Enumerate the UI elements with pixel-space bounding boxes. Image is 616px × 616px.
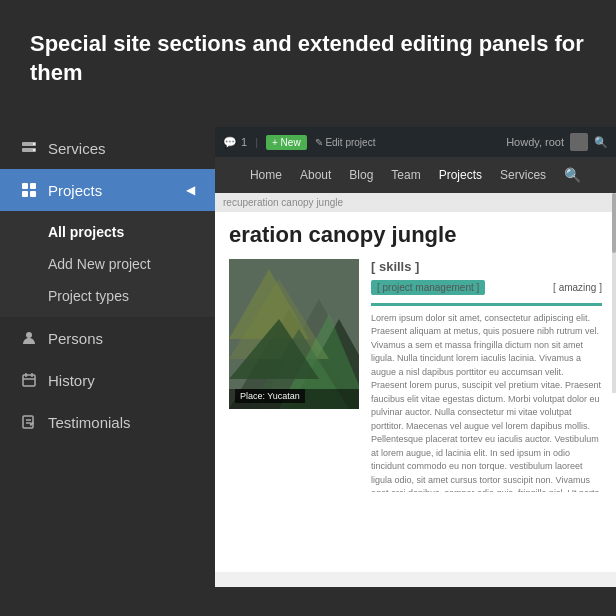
sidebar-item-history[interactable]: History [0, 359, 215, 401]
nav-team[interactable]: Team [391, 168, 420, 182]
project-title: eration canopy jungle [229, 222, 602, 248]
projects-submenu: All projects Add New project Project typ… [0, 211, 215, 317]
sidebar-item-services-label: Services [48, 140, 106, 157]
person-icon [20, 329, 38, 347]
left-column: Place: Yucatan [229, 259, 359, 573]
edit-project-button[interactable]: ✎ Edit project [315, 137, 376, 148]
image-label: Place: Yucatan [235, 389, 305, 403]
submenu-add-new-project[interactable]: Add New project [0, 248, 215, 280]
sidebar-item-testimonials-label: Testimonials [48, 414, 131, 431]
search-toggle[interactable]: 🔍 [594, 136, 608, 149]
new-button[interactable]: + New [266, 135, 307, 150]
sidebar-item-projects-label: Projects [48, 182, 102, 199]
sidebar-item-persons[interactable]: Persons [0, 317, 215, 359]
right-column: [ skills ] [ project management ] [ amaz… [371, 259, 602, 573]
svg-rect-7 [30, 191, 36, 197]
nav-home[interactable]: Home [250, 168, 282, 182]
nav-blog[interactable]: Blog [349, 168, 373, 182]
calendar-icon [20, 371, 38, 389]
page-content: eration canopy jungle [215, 212, 616, 572]
sidebar-item-services[interactable]: Services [0, 127, 215, 169]
grid-icon [20, 181, 38, 199]
howdy-text: Howdy, root [506, 136, 564, 148]
svg-rect-4 [22, 183, 28, 189]
admin-avatar [570, 133, 588, 151]
breadcrumb: recuperation canopy jungle [215, 193, 616, 212]
admin-bar-right: Howdy, root 🔍 [506, 133, 608, 151]
skills-section: [ skills ] [ project management ] [ amaz… [371, 259, 602, 306]
nav-search-icon[interactable]: 🔍 [564, 167, 581, 183]
scrollbar[interactable] [612, 193, 616, 393]
svg-rect-13 [23, 416, 33, 428]
skill-tag: [ project management ] [371, 280, 485, 295]
svg-rect-9 [23, 375, 35, 386]
svg-point-3 [33, 149, 35, 151]
submenu-project-types[interactable]: Project types [0, 280, 215, 312]
sidebar-item-projects[interactable]: Projects ◀ [0, 169, 215, 211]
projects-arrow: ◀ [186, 183, 195, 197]
skills-title: [ skills ] [371, 259, 602, 274]
content-area: 💬 1 | + New ✎ Edit project Howdy, root 🔍… [215, 127, 616, 587]
scrollbar-thumb[interactable] [612, 193, 616, 253]
comment-count: 💬 1 [223, 136, 247, 149]
svg-rect-6 [22, 191, 28, 197]
sep1: | [255, 136, 258, 148]
site-nav: Home About Blog Team Projects Services 🔍 [215, 157, 616, 193]
two-col-layout: Place: Yucatan [ skills ] [ project mana… [229, 259, 602, 573]
nav-services[interactable]: Services [500, 168, 546, 182]
header-section: Special site sections and extended editi… [0, 0, 616, 127]
sidebar: Services Projects ◀ All projects Add New… [0, 127, 215, 587]
skill-bar [371, 303, 602, 306]
skill-rating-row: [ project management ] [ amazing ] [371, 278, 602, 297]
svg-rect-5 [30, 183, 36, 189]
admin-bar: 💬 1 | + New ✎ Edit project Howdy, root 🔍 [215, 127, 616, 157]
nav-projects[interactable]: Projects [439, 168, 482, 182]
svg-point-2 [33, 143, 35, 145]
skill-rating: [ amazing ] [553, 282, 602, 293]
sidebar-item-testimonials[interactable]: Testimonials [0, 401, 215, 443]
server-icon [20, 139, 38, 157]
svg-point-8 [26, 332, 32, 338]
breadcrumb-text: recuperation canopy jungle [223, 197, 343, 208]
main-container: Services Projects ◀ All projects Add New… [0, 127, 616, 587]
nav-about[interactable]: About [300, 168, 331, 182]
edit-icon [20, 413, 38, 431]
project-image: Place: Yucatan [229, 259, 359, 409]
page-title: Special site sections and extended editi… [30, 30, 586, 87]
sidebar-item-history-label: History [48, 372, 95, 389]
sidebar-item-persons-label: Persons [48, 330, 103, 347]
submenu-all-projects[interactable]: All projects [0, 216, 215, 248]
lorem-text: Lorem ipsum dolor sit amet, consectetur … [371, 312, 602, 492]
